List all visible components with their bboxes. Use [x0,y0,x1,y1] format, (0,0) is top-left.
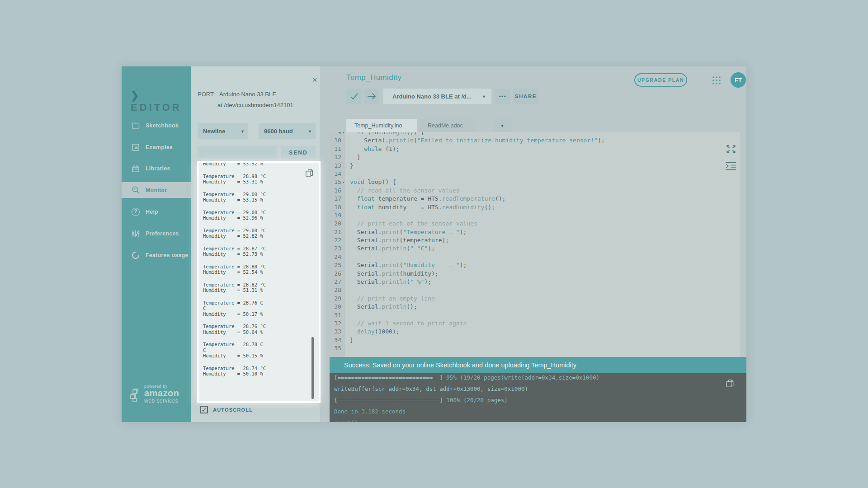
aws-amazon: amazon [144,389,179,398]
serial-reading: Temperature = 28.76 CCHumidity = 50.17 % [203,300,266,317]
code-line-27: 27 Serial.println(" %"); [330,278,740,286]
autoscroll-checkbox[interactable]: ✓ [200,406,208,413]
copy-icon[interactable] [305,168,314,178]
sidebar-item-label: Preferences [146,230,179,237]
upload-button[interactable] [364,89,379,104]
sidebar-item-label: Monitor [146,187,167,193]
fold-spacer [341,236,346,244]
code-line-26: 26 Serial.print(humidity); [330,270,740,278]
code-line-11: 11 while (1); [330,145,740,153]
avatar[interactable]: FT [731,72,746,88]
fold-spacer [341,344,346,352]
fold-arrow-icon[interactable]: ▾ [341,132,346,136]
autoscroll-label: AUTOSCROLL [213,407,253,413]
upgrade-plan-button[interactable]: UPGRADE PLAN [634,73,687,87]
fold-spacer [341,203,346,211]
code-line-30: 30 Serial.println(); [330,303,740,311]
fold-arrow-icon[interactable]: ▾ [341,178,346,186]
code-line-20: 20 // print each of the sensor values [330,220,740,228]
port-path: at /dev/cu.usbmodem142101 [217,102,293,108]
libraries-icon [131,164,141,174]
close-icon[interactable]: × [309,75,320,85]
apps-grid-icon[interactable] [712,75,722,85]
sidebar-item-help[interactable]: ?Help [122,204,191,220]
serial-reading: Temperature = 29.00 °CHumidity = 52.96 % [203,210,266,221]
fold-spacer [341,319,346,328]
main-area: Temp_Humidity Arduino Nano 33 BLE at /d.… [320,66,746,422]
code-line-17: 17 float temperature = HTS.readTemperatu… [330,195,740,203]
chevron-icon: ❯ [131,90,139,101]
sidebar-item-label: Sketchbook [146,122,179,129]
console-output: [============================ ] 95% (19/… [334,373,599,422]
chevron-down-icon: ▾ [241,129,244,134]
code-line-18: 18 float humidity = HTS.readHumidity(); [330,203,740,211]
line-ending-dropdown[interactable]: Newline▾ [198,123,248,139]
sidebar: ❯EDITOR SketchbookExamplesLibrariesMonit… [122,66,191,422]
app-window: ❯EDITOR SketchbookExamplesLibrariesMonit… [122,66,746,422]
fold-spacer [341,253,346,261]
code-line-13: 13} [330,162,740,170]
help-icon: ? [131,207,141,217]
copy-icon[interactable] [725,379,735,388]
refresh-icon [131,250,141,260]
port-name: Arduino Nano 33 BLE [219,91,276,98]
tab-temp-humidity-ino[interactable]: Temp_Humidity.ino [346,119,417,132]
tab-readme-adoc[interactable]: ReadMe.adoc [420,119,476,132]
sidebar-item-monitor[interactable]: Monitor [122,182,191,198]
fold-spacer [341,244,346,253]
magnifier-icon [131,185,141,195]
examples-icon [131,142,141,152]
sliders-icon [131,229,141,239]
serial-reading: Temperature = 29.00 °CHumidity = 52.82 % [203,228,266,239]
tab-bar: Temp_Humidity.inoReadMe.adoc ▾ [320,119,746,132]
code-line-35: 35 [330,344,740,352]
share-button[interactable]: SHARE [513,89,538,104]
send-button[interactable]: SEND [281,146,316,160]
serial-send-input[interactable] [198,146,277,160]
aws-web-services: web services [144,398,179,404]
chevron-down-icon: ▾ [309,129,311,134]
success-banner: Success: Saved on your online Sketchbook… [330,357,746,373]
sidebar-item-examples[interactable]: Examples [122,140,191,155]
folder-icon [131,121,141,131]
fold-spacer [341,136,346,145]
code-line-15: 15▾void loop() { [330,178,740,186]
fold-spacer [341,211,346,220]
upload-console: [============================ ] 95% (19/… [330,373,746,422]
sidebar-item-preferences[interactable]: Preferences [122,226,191,241]
scrollbar-thumb[interactable] [311,337,314,399]
board-selector-dropdown[interactable]: Arduino Nano 33 BLE at /d...▾ [383,89,491,104]
sidebar-item-label: Libraries [146,165,170,172]
serial-reading: Temperature = 28.78 CCHumidity = 50.15 % [203,342,266,359]
tab-list-dropdown[interactable]: ▾ [493,119,512,132]
more-options-button[interactable]: ••• [495,89,510,104]
sidebar-item-libraries[interactable]: Libraries [122,161,191,176]
sidebar-item-label: Help [146,209,158,215]
fold-spacer [341,187,346,195]
verify-button[interactable] [346,89,362,104]
fold-spacer [341,270,346,278]
serial-output: Humidity = 53.52 %Temperature = 28.98 °C… [203,161,266,384]
sidebar-item-label: Examples [146,144,173,150]
serial-reading: Temperature = 28.87 °CHumidity = 52.73 % [203,246,266,257]
sidebar-item-sketchbook[interactable]: Sketchbook [122,118,191,133]
baud-rate-dropdown[interactable]: 9600 baud▾ [259,123,316,139]
fold-spacer [341,162,346,170]
fold-spacer [341,278,346,286]
serial-reading: Humidity = 53.52 % [203,161,266,167]
fold-spacer [341,195,346,203]
sidebar-item-features-usage[interactable]: Features usage [122,248,191,263]
fold-spacer [341,220,346,228]
chevron-down-icon: ▾ [483,94,485,99]
fullscreen-expand-icon[interactable] [726,145,736,154]
console-toggle-icon[interactable] [725,162,736,170]
port-row: PORT:Arduino Nano 33 BLE [198,91,276,98]
fold-spacer [341,328,346,336]
serial-monitor-panel: × PORT:Arduino Nano 33 BLE at /dev/cu.us… [191,66,320,422]
code-editor[interactable]: 9▾ if (!HTS.begin()) {10 Serial.println(… [330,132,740,357]
code-line-28: 28 [330,286,740,294]
code-line-29: 29 // print an empty line [330,295,740,303]
serial-reading: Temperature = 29.00 °CHumidity = 53.15 % [203,192,266,203]
fold-spacer [341,145,346,153]
serial-reading: Temperature = 28.80 °CHumidity = 52.54 % [203,264,266,275]
